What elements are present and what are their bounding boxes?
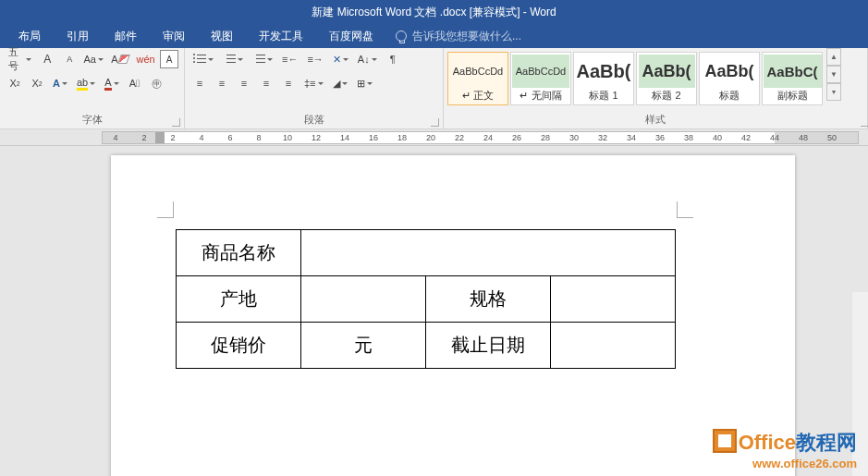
character-border-button[interactable]: A [160,50,178,68]
text-effects-button[interactable]: A [50,74,70,92]
margin-corner-tl [157,201,174,218]
styles-scroll-up[interactable]: ▲ [826,48,841,66]
group-label-styles: 样式 [444,113,867,128]
margin-corner-tr [677,201,693,218]
line-spacing-button[interactable]: ‡≡ [301,74,326,92]
styles-scroll-down[interactable]: ▼ [826,66,841,83]
style-item-3[interactable]: AaBb(标题 2 [636,52,697,105]
table-cell[interactable]: 截止日期 [426,323,551,369]
align-right-button[interactable]: ≡ [235,74,253,92]
phonetic-guide-button[interactable]: wén [135,50,156,68]
vertical-scrollbar[interactable] [852,292,868,476]
align-left-button[interactable]: ≡ [190,74,209,92]
borders-button[interactable]: ⊞ [354,74,375,92]
lightbulb-icon [396,31,407,42]
align-center-button[interactable]: ≡ [213,74,231,92]
table-cell[interactable]: 促销价 [177,323,301,369]
shading-button[interactable]: ◢ [330,74,350,92]
table-cell[interactable]: 商品名称 [177,230,301,276]
styles-gallery: AaBbCcDd↵ 正文AaBbCcDd↵ 无间隔AaBb(标题 1AaBb(标… [444,48,826,105]
table-cell[interactable] [551,323,676,369]
font-size-combo[interactable]: 五号 [6,50,34,68]
tab-review[interactable]: 审阅 [150,24,198,48]
superscript-button[interactable]: X2 [28,74,46,92]
ribbon: 五号 A A Aa A wén A X2 X2 A ab A A⃝ ㊥ 字体 [0,48,868,129]
style-item-0[interactable]: AaBbCcDd↵ 正文 [447,52,508,105]
group-styles: AaBbCcDd↵ 正文AaBbCcDd↵ 无间隔AaBb(标题 1AaBb(标… [444,48,868,128]
group-paragraph: ≡← ≡→ ✕ A↓ ¶ ≡ ≡ ≡ ≡ ≡ ‡≡ ◢ ⊞ 段落 [185,48,444,128]
tab-references[interactable]: 引用 [54,24,102,48]
change-case-button[interactable]: Aa [82,50,104,68]
page[interactable]: 商品名称产地规格促销价元截止日期 (Ctrl) ▾ [111,155,795,476]
font-color-button[interactable]: A [102,74,121,92]
style-item-5[interactable]: AaBbC(副标题 [762,52,823,105]
style-item-4[interactable]: AaBb(标题 [699,52,760,105]
document-title: 新建 Microsoft Word 文档 .docx [兼容模式] - Word [312,5,556,20]
ribbon-tabs: 布局 引用 邮件 审阅 视图 开发工具 百度网盘 告诉我您想要做什么... [0,24,868,48]
decrease-indent-button[interactable]: ≡← [279,50,300,68]
multilevel-list-button[interactable] [250,50,275,68]
increase-indent-button[interactable]: ≡→ [304,50,325,68]
table-cell[interactable]: 规格 [426,276,551,323]
numbering-button[interactable] [220,50,246,68]
tab-developer[interactable]: 开发工具 [246,24,316,48]
sort-button[interactable]: A↓ [355,50,380,68]
grow-font-button[interactable]: A [38,50,56,68]
character-shading-button[interactable]: A⃝ [126,74,144,92]
tell-me-search[interactable]: 告诉我您想要做什么... [396,29,521,44]
bullets-button[interactable] [190,50,216,68]
tab-view[interactable]: 视图 [198,24,246,48]
style-item-2[interactable]: AaBb(标题 1 [573,52,634,105]
styles-scroll: ▲ ▼ ▾ [826,48,841,105]
document-table[interactable]: 商品名称产地规格促销价元截止日期 [176,229,676,369]
asian-layout-button[interactable]: ✕ [330,50,351,68]
styles-expand[interactable]: ▾ [826,83,841,101]
ruler-area: 4224681012141618202224262830323436384042… [0,129,868,146]
table-cell[interactable]: 元 [301,323,426,369]
group-label-font: 字体 [6,113,178,128]
shrink-font-button[interactable]: A [60,50,79,68]
table-cell[interactable] [301,230,676,276]
title-bar: 新建 Microsoft Word 文档 .docx [兼容模式] - Word [0,0,868,24]
show-marks-button[interactable]: ¶ [384,50,402,68]
table-cell[interactable] [301,276,426,323]
horizontal-ruler[interactable]: 4224681012141618202224262830323436384042… [102,131,859,144]
tab-baidu[interactable]: 百度网盘 [316,24,386,48]
justify-button[interactable]: ≡ [257,74,275,92]
table-cell[interactable] [551,276,676,323]
distributed-button[interactable]: ≡ [279,74,298,92]
subscript-button[interactable]: X2 [6,74,24,92]
clear-formatting-button[interactable]: A [108,50,131,68]
tab-mailings[interactable]: 邮件 [102,24,150,48]
table-cell[interactable]: 产地 [177,276,301,323]
group-label-paragraph: 段落 [190,113,437,128]
highlight-button[interactable]: ab [74,74,98,92]
group-font: 五号 A A Aa A wén A X2 X2 A ab A A⃝ ㊥ 字体 [0,48,185,128]
document-area: 商品名称产地规格促销价元截止日期 (Ctrl) ▾ Office教程网 www.… [0,146,868,476]
enclose-characters-button[interactable]: ㊥ [148,74,166,92]
style-item-1[interactable]: AaBbCcDd↵ 无间隔 [510,52,571,105]
